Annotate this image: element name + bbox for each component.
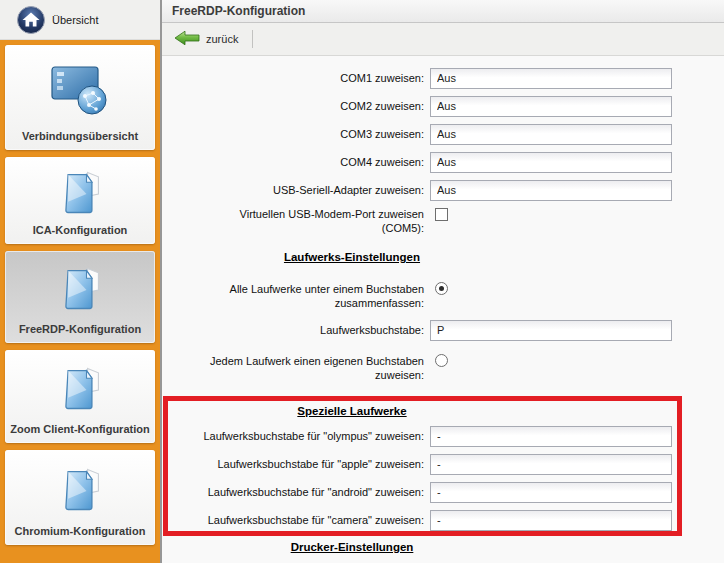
apple-label: Laufwerksbuchstabe für "apple" zuweisen: — [162, 458, 424, 470]
form-row: Laufwerksbuchstabe für "camera" zuweisen… — [162, 506, 724, 534]
com1-label: COM1 zuweisen: — [162, 72, 424, 84]
page-header: FreeRDP-Konfiguration — [162, 0, 724, 23]
camera-label: Laufwerksbuchstabe für "camera" zuweisen… — [162, 514, 424, 526]
form-row: COM3 zuweisen: — [162, 120, 724, 148]
apple-input[interactable] — [430, 454, 672, 475]
com-port-rows: COM1 zuweisen: COM2 zuweisen: COM3 zuwei… — [162, 64, 724, 204]
form-row: Laufwerksbuchstabe für "olympus" zuweise… — [162, 422, 724, 450]
printer-settings-heading: Drucker-Einstellungen — [162, 541, 542, 553]
usb-modem-row: Virtuellen USB-Modem-Port zuweisen (COM5… — [162, 204, 724, 244]
com3-input[interactable] — [430, 124, 672, 145]
sidebar-item-label: Chromium-Konfiguration — [11, 525, 150, 538]
sidebar-tiles: Verbindungsübersicht ICA-Konfiguration F… — [0, 40, 160, 563]
combine-drives-radio[interactable] — [435, 282, 448, 295]
olympus-label: Laufwerksbuchstabe für "olympus" zuweise… — [162, 430, 424, 442]
individual-drives-label: Jedem Laufwerk einen eigenen Buchstaben … — [162, 354, 424, 382]
sidebar-item-label: ICA-Konfiguration — [29, 224, 132, 237]
drive-letter-row: Laufwerksbuchstabe: — [162, 314, 724, 346]
com1-input[interactable] — [430, 68, 672, 89]
form-row: COM2 zuweisen: — [162, 92, 724, 120]
sidebar-item-freerdp[interactable]: FreeRDP-Konfiguration — [5, 251, 155, 343]
network-screen-icon — [47, 45, 113, 130]
special-drives-heading: Spezielle Laufwerke — [162, 405, 542, 417]
usb-seriell-adapter-label: USB-Seriell-Adapter zuweisen: — [162, 184, 424, 196]
special-drives-heading-row: Spezielle Laufwerke — [162, 400, 724, 422]
com2-input[interactable] — [430, 96, 672, 117]
usb-seriell-adapter-input[interactable] — [430, 180, 672, 201]
combine-drives-label: Alle Laufwerke unter einem Buchstaben zu… — [162, 282, 424, 310]
folder-icon — [54, 251, 106, 323]
folder-icon — [54, 157, 106, 224]
printer-settings-heading-row: Drucker-Einstellungen — [162, 534, 724, 560]
com2-label: COM2 zuweisen: — [162, 100, 424, 112]
com4-label: COM4 zuweisen: — [162, 156, 424, 168]
form-row: Laufwerksbuchstabe für "apple" zuweisen: — [162, 450, 724, 478]
android-label: Laufwerksbuchstabe für "android" zuweise… — [162, 486, 424, 498]
usb-modem-checkbox[interactable] — [435, 208, 448, 221]
special-drive-rows: Laufwerksbuchstabe für "olympus" zuweise… — [162, 422, 724, 534]
olympus-input[interactable] — [430, 426, 672, 447]
sidebar-item-chromium[interactable]: Chromium-Konfiguration — [5, 450, 155, 545]
camera-input[interactable] — [430, 510, 672, 531]
sidebar-item-label: Verbindungsübersicht — [18, 130, 142, 143]
overview-label: Übersicht — [52, 14, 98, 26]
sidebar-item-label: FreeRDP-Konfiguration — [15, 323, 145, 336]
form-content: COM1 zuweisen: COM2 zuweisen: COM3 zuwei… — [162, 56, 724, 563]
sidebar-item-verbindungsuebersicht[interactable]: Verbindungsübersicht — [5, 45, 155, 150]
individual-drives-row: Jedem Laufwerk einen eigenen Buchstaben … — [162, 346, 724, 392]
back-button[interactable]: zurück — [170, 28, 242, 50]
combine-drives-row: Alle Laufwerke unter einem Buchstaben zu… — [162, 270, 724, 314]
form-row: USB-Seriell-Adapter zuweisen: — [162, 176, 724, 204]
page-title: FreeRDP-Konfiguration — [172, 4, 305, 18]
form-row: COM1 zuweisen: — [162, 64, 724, 92]
drive-letter-input[interactable] — [430, 320, 672, 341]
overview-button[interactable]: Übersicht — [0, 0, 160, 40]
usb-modem-label: Virtuellen USB-Modem-Port zuweisen (COM5… — [162, 207, 424, 235]
home-icon — [16, 5, 46, 35]
sidebar-item-zoom[interactable]: Zoom Client-Konfiguration — [5, 350, 155, 443]
drive-settings-heading: Laufwerks-Einstellungen — [162, 251, 542, 263]
back-button-label: zurück — [206, 33, 238, 45]
form-row: Laufwerksbuchstabe für "android" zuweise… — [162, 478, 724, 506]
individual-drives-radio[interactable] — [435, 354, 448, 367]
sidebar: Übersicht Verbindungsübersicht — [0, 0, 162, 563]
folder-icon — [54, 450, 106, 525]
app-window: Übersicht Verbindungsübersicht — [0, 0, 724, 563]
android-input[interactable] — [430, 482, 672, 503]
folder-icon — [54, 350, 106, 423]
toolbar-separator — [252, 30, 253, 48]
com3-label: COM3 zuweisen: — [162, 128, 424, 140]
sidebar-item-ica[interactable]: ICA-Konfiguration — [5, 157, 155, 244]
back-arrow-icon — [174, 30, 200, 48]
com4-input[interactable] — [430, 152, 672, 173]
special-drives-section: Spezielle Laufwerke Laufwerksbuchstabe f… — [162, 392, 724, 534]
form-row: COM4 zuweisen: — [162, 148, 724, 176]
drive-settings-heading-row: Laufwerks-Einstellungen — [162, 244, 724, 270]
drive-letter-label: Laufwerksbuchstabe: — [162, 324, 424, 336]
sidebar-item-label: Zoom Client-Konfiguration — [6, 423, 153, 436]
main-panel: FreeRDP-Konfiguration zurück — [162, 0, 724, 563]
toolbar: zurück — [162, 23, 724, 56]
